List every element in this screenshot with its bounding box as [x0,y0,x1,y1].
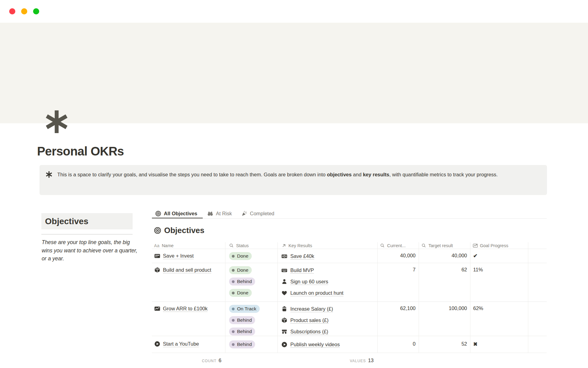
line-chart-icon [473,243,478,248]
page-cover[interactable] [0,23,588,123]
column-header-name[interactable]: Aa Name [152,242,225,249]
text-property-icon: Aa [154,243,160,248]
keyboard-icon [281,267,287,273]
column-header-goal-progress[interactable]: Goal Progress [470,242,528,249]
column-header-status[interactable]: Status [225,242,277,249]
empty-footer-cell [470,353,528,368]
status-dot [232,269,235,272]
current-result-cell[interactable]: 7 [377,263,419,302]
objective-link[interactable]: Build and sell product [163,266,211,274]
status-cell[interactable]: Behind [225,336,277,353]
table-row-name-cell[interactable]: Grow ARR to £100k [152,302,225,336]
package-icon [154,267,160,273]
table-section-title: Objectives [164,226,205,235]
party-popper-icon [241,211,247,217]
goal-progress-cell[interactable]: 11% [470,263,528,302]
key-results-cell[interactable]: Publish weekly videos [277,336,377,353]
key-result-link[interactable]: Product sales (£) [290,317,329,323]
callout-text: This is a space to clarify your goals, a… [57,170,541,179]
status-pill[interactable]: On Track [229,305,260,313]
goal-progress-cell[interactable]: ✔ [470,249,528,263]
current-result-cell[interactable]: 40,000 [377,249,419,263]
sidebar-objectives-heading: Objectives [41,213,133,229]
status-cell[interactable]: Done [225,249,277,263]
objective-link[interactable]: Start a YouTube [163,340,199,347]
tab-all-objectives[interactable]: All Objectives [155,209,197,218]
target-result-cell[interactable]: 62 [419,263,470,302]
target-icon [155,211,161,217]
target-result-cell[interactable]: 40,000 [419,249,470,263]
key-results-cell[interactable]: Save £40k [277,249,377,263]
status-pill[interactable]: Behind [229,340,255,348]
target-result-cell[interactable]: 52 [419,336,470,353]
current-result-cell[interactable]: 0 [377,336,419,353]
key-result-link[interactable]: Sign up 60 users [290,279,328,285]
key-result-link[interactable]: Save £40k [290,253,314,259]
key-result-link[interactable]: Increase Salary (£) [290,306,333,312]
bottle-icon [281,306,287,312]
tab-completed[interactable]: Completed [241,209,274,218]
minimize-window-button[interactable] [21,8,27,14]
arrow-up-right-icon [281,243,286,248]
status-dot [232,343,235,346]
search-icon [380,243,385,248]
table-row-name-cell[interactable]: Save + Invest [152,249,225,263]
zoom-window-button[interactable] [33,8,39,14]
status-dot [232,308,235,310]
status-cell[interactable]: On Track Behind Behind [225,302,277,336]
status-pill[interactable]: Behind [229,316,255,324]
okr-table: Aa Name Status Key Results Current... Ta… [152,242,547,368]
objective-link[interactable]: Save + Invest [163,252,194,259]
banknote-icon [281,253,287,259]
person-icon [281,279,287,285]
empty-cell [528,336,547,353]
asterisk-page-icon[interactable] [45,109,69,134]
status-dot [232,292,235,294]
empty-footer-cell [377,353,419,368]
objective-link[interactable]: Grow ARR to £100k [163,305,208,312]
key-result-link[interactable]: Launch on product hunt [290,290,343,296]
notion-window: Personal OKRs This is a space to clarify… [0,0,588,368]
key-results-cell[interactable]: Build MVP Sign up 60 users Launch on pro… [277,263,377,302]
goal-progress-cell[interactable]: 62% [470,302,528,336]
callout: This is a space to clarify your goals, a… [40,165,547,195]
binoculars-icon [207,211,213,217]
heart-icon [281,290,287,296]
credit-card-icon [154,253,160,259]
status-pill[interactable]: Done [229,289,252,297]
key-results-cell[interactable]: Increase Salary (£) Product sales (£) Su… [277,302,377,336]
key-result-link[interactable]: Build MVP [290,267,314,273]
column-header-target-result[interactable]: Target result [419,242,470,249]
column-header-empty[interactable] [528,242,547,249]
play-icon [281,342,287,347]
tab-at-risk[interactable]: At Risk [207,209,232,218]
column-header-current[interactable]: Current... [377,242,419,249]
empty-footer-cell [528,353,547,368]
sidebar-objectives-description: These are your top line goals, the big w… [42,238,141,263]
current-result-cell[interactable]: 62,100 [377,302,419,336]
column-header-key-results[interactable]: Key Results [277,242,377,249]
status-dot [232,319,235,322]
status-cell[interactable]: Done Behind Done [225,263,277,302]
status-pill[interactable]: Done [229,252,252,260]
table-row-name-cell[interactable]: Build and sell product [152,263,225,302]
page-title: Personal OKRs [37,144,124,158]
empty-cell [528,302,547,336]
storefront-icon [281,329,287,335]
target-icon [154,227,161,234]
key-result-link[interactable]: Publish weekly videos [290,342,340,347]
status-pill[interactable]: Done [229,266,252,274]
status-pill[interactable]: Behind [229,328,255,335]
window-titlebar [0,0,588,23]
table-row-name-cell[interactable]: Start a YouTube [152,336,225,353]
key-result-link[interactable]: Subscriptions (£) [290,329,328,335]
search-icon [229,243,234,248]
goal-progress-cell[interactable]: ✖ [470,336,528,353]
status-pill[interactable]: Behind [229,278,255,286]
close-window-button[interactable] [9,8,15,14]
target-result-cell[interactable]: 100,000 [419,302,470,336]
play-icon [154,341,160,347]
empty-footer-cell [225,353,277,368]
values-aggregate[interactable]: VALUES13 [277,353,377,368]
count-aggregate[interactable]: COUNT6 [152,353,225,368]
